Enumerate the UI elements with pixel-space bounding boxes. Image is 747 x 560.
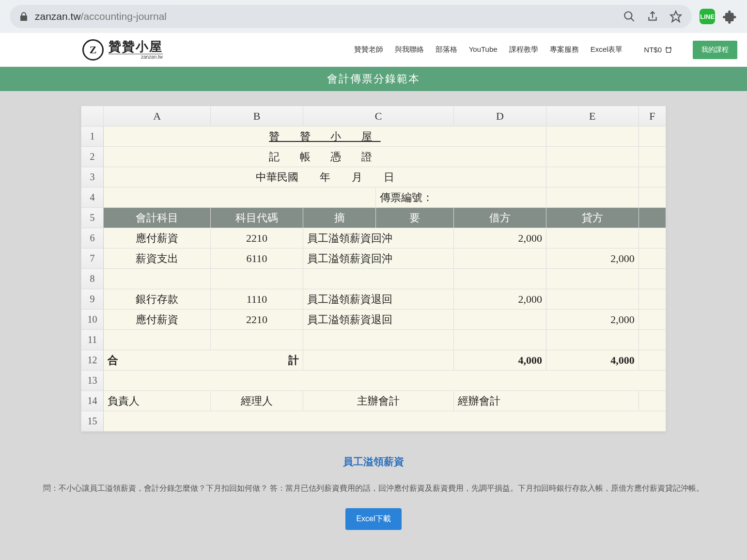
th-desc2: 要 bbox=[376, 208, 454, 228]
row-header[interactable]: 15 bbox=[81, 411, 104, 432]
article-body: 問：不小心讓員工溢領薪資，會計分錄怎麼做？下月扣回如何做？ 答：當月已估列薪資費… bbox=[29, 482, 718, 495]
cell-account[interactable]: 應付薪資 bbox=[104, 228, 211, 249]
nav-item[interactable]: 課程教學 bbox=[509, 45, 538, 54]
col-header[interactable]: A bbox=[104, 106, 211, 126]
row-header[interactable]: 8 bbox=[81, 269, 104, 289]
cell-account[interactable]: 薪資支出 bbox=[104, 249, 211, 269]
voucher-title: 贊 贊 小 屋 bbox=[104, 126, 546, 147]
table-row: 10 應付薪資 2210 員工溢領薪資退回 2,000 bbox=[81, 310, 666, 330]
total-label: 合 計 bbox=[104, 350, 303, 371]
row-header[interactable]: 14 bbox=[81, 391, 104, 411]
cell-account[interactable]: 應付薪資 bbox=[104, 310, 211, 330]
cell-code[interactable]: 6110 bbox=[211, 249, 303, 269]
extensions-icon[interactable] bbox=[723, 9, 737, 24]
row-header[interactable]: 9 bbox=[81, 289, 104, 310]
star-icon[interactable] bbox=[669, 10, 682, 23]
cell-credit[interactable]: 2,000 bbox=[546, 249, 638, 269]
cell-desc[interactable]: 員工溢領薪資退回 bbox=[303, 289, 453, 310]
spreadsheet: A B C D E F 1 贊 贊 小 屋 2 記 帳 憑 證 3 中華民國 年… bbox=[81, 106, 666, 432]
cell-debit[interactable]: 2,000 bbox=[454, 228, 546, 249]
row-header[interactable]: 7 bbox=[81, 249, 104, 269]
table-row: 8 bbox=[81, 269, 666, 289]
cell-code[interactable]: 2210 bbox=[211, 310, 303, 330]
cell-code[interactable]: 2210 bbox=[211, 228, 303, 249]
col-header[interactable]: C bbox=[303, 106, 453, 126]
th-credit: 貸方 bbox=[546, 208, 638, 228]
total-row: 12 合 計 4,000 4,000 bbox=[81, 350, 666, 371]
cell-account[interactable]: 銀行存款 bbox=[104, 289, 211, 310]
row-header[interactable]: 3 bbox=[81, 167, 104, 187]
row-header[interactable]: 6 bbox=[81, 228, 104, 249]
row-header[interactable]: 5 bbox=[81, 208, 104, 228]
signature-row: 14 負責人 經理人 主辦會計 經辦會計 bbox=[81, 391, 666, 411]
svg-marker-2 bbox=[670, 11, 681, 22]
svg-point-0 bbox=[624, 12, 632, 19]
row-header[interactable]: 10 bbox=[81, 310, 104, 330]
article-title-link[interactable]: 員工溢領薪資 bbox=[0, 455, 747, 468]
sig-handler-acct: 經辦會計 bbox=[454, 391, 639, 411]
cell-credit[interactable] bbox=[546, 228, 638, 249]
search-icon[interactable] bbox=[623, 10, 636, 23]
row-header[interactable]: 2 bbox=[81, 147, 104, 167]
row-header[interactable]: 11 bbox=[81, 330, 104, 350]
row-header[interactable]: 1 bbox=[81, 126, 104, 147]
th-desc1: 摘 bbox=[303, 208, 376, 228]
select-all-corner[interactable] bbox=[81, 106, 104, 126]
site-logo[interactable]: Z 贊贊小屋 zanzan.tw bbox=[82, 39, 163, 61]
sig-manager: 經理人 bbox=[211, 391, 303, 411]
my-courses-button[interactable]: 我的課程 bbox=[693, 41, 737, 59]
voucher-date: 中華民國 年 月 日 bbox=[104, 167, 546, 187]
row-header[interactable]: 13 bbox=[81, 371, 104, 391]
nav-item[interactable]: Excel表單 bbox=[591, 45, 623, 54]
nav-item[interactable]: 與我聯絡 bbox=[395, 45, 424, 54]
voucher-subtitle: 記 帳 憑 證 bbox=[104, 147, 546, 167]
cell-desc[interactable]: 員工溢領薪資回沖 bbox=[303, 249, 453, 269]
url-path: /accounting-journal bbox=[81, 11, 167, 22]
nav-item[interactable]: 贊贊老師 bbox=[354, 45, 383, 54]
total-credit: 4,000 bbox=[546, 350, 638, 371]
url-domain: zanzan.tw bbox=[35, 11, 81, 22]
voucher-number-label: 傳票編號： bbox=[376, 187, 546, 208]
col-header[interactable]: F bbox=[638, 106, 666, 126]
nav-item[interactable]: 部落格 bbox=[436, 45, 457, 54]
cell-debit[interactable] bbox=[454, 249, 546, 269]
excel-download-button[interactable]: Excel下載 bbox=[345, 508, 401, 530]
logo-icon: Z bbox=[82, 39, 104, 61]
col-header[interactable]: B bbox=[211, 106, 303, 126]
table-row: 7 薪資支出 6110 員工溢領薪資回沖 2,000 bbox=[81, 249, 666, 269]
total-debit: 4,000 bbox=[454, 350, 546, 371]
row-header[interactable]: 12 bbox=[81, 350, 104, 371]
th-debit: 借方 bbox=[454, 208, 546, 228]
cell-credit[interactable] bbox=[546, 289, 638, 310]
url-pill[interactable]: zanzan.tw/accounting-journal bbox=[10, 5, 692, 28]
browser-address-bar: zanzan.tw/accounting-journal LINE bbox=[0, 0, 747, 33]
lock-icon bbox=[19, 12, 28, 21]
table-row: 9 銀行存款 1110 員工溢領薪資退回 2,000 bbox=[81, 289, 666, 310]
logo-text: 贊贊小屋 zanzan.tw bbox=[109, 40, 163, 60]
page-title-bar: 會計傳票分錄範本 bbox=[0, 67, 747, 91]
cell-debit[interactable]: 2,000 bbox=[454, 289, 546, 310]
cell-debit[interactable] bbox=[454, 310, 546, 330]
main-nav: 贊贊老師 與我聯絡 部落格 YouTube 課程教學 專案服務 Excel表單 bbox=[354, 45, 623, 54]
col-header[interactable]: D bbox=[454, 106, 546, 126]
table-header-row: 5 會計科目 科目代碼 摘 要 借方 貸方 bbox=[81, 208, 666, 228]
nav-item[interactable]: YouTube bbox=[469, 45, 498, 54]
cart[interactable]: NT$0 bbox=[644, 46, 672, 54]
sig-chief-acct: 主辦會計 bbox=[303, 391, 453, 411]
cell-code[interactable]: 1110 bbox=[211, 289, 303, 310]
cell-desc[interactable]: 員工溢領薪資退回 bbox=[303, 310, 453, 330]
url-text: zanzan.tw/accounting-journal bbox=[35, 11, 612, 22]
cell-desc[interactable]: 員工溢領薪資回沖 bbox=[303, 228, 453, 249]
cell-credit[interactable]: 2,000 bbox=[546, 310, 638, 330]
share-icon[interactable] bbox=[646, 10, 659, 23]
sig-responsible: 負責人 bbox=[104, 391, 211, 411]
nav-item[interactable]: 專案服務 bbox=[550, 45, 579, 54]
svg-line-1 bbox=[631, 18, 634, 21]
line-extension-icon[interactable]: LINE bbox=[700, 9, 715, 24]
row-header[interactable]: 4 bbox=[81, 187, 104, 208]
site-header: Z 贊贊小屋 zanzan.tw 贊贊老師 與我聯絡 部落格 YouTube 課… bbox=[0, 33, 747, 67]
col-header[interactable]: E bbox=[546, 106, 638, 126]
column-header-row: A B C D E F bbox=[81, 106, 666, 126]
cart-icon bbox=[665, 46, 672, 54]
th-code: 科目代碼 bbox=[211, 208, 303, 228]
